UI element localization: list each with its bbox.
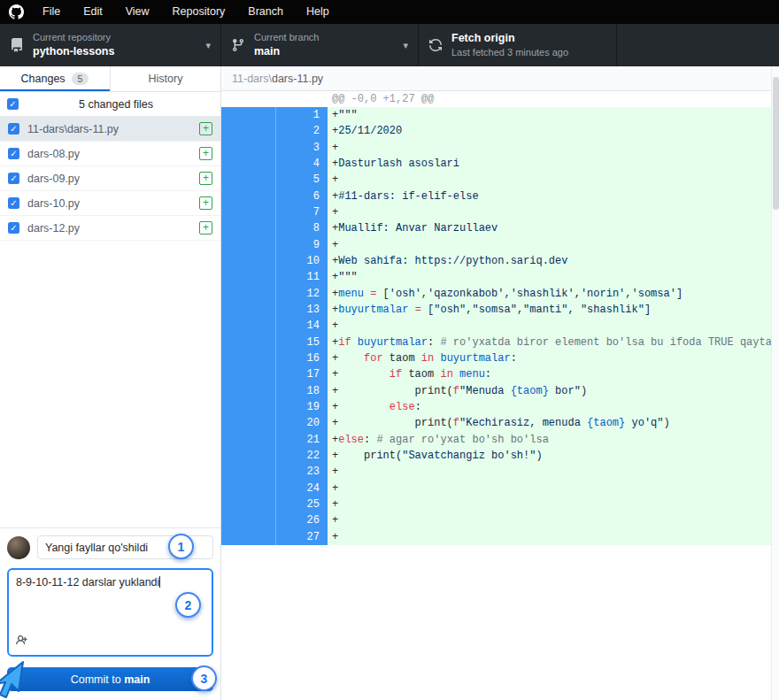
diff-line[interactable]: 19+ else: [221, 399, 771, 415]
diff-line[interactable]: 2+25/11/2020 [221, 123, 771, 139]
diff-line[interactable]: 18+ print(f"Menuda {taom} bor") [221, 383, 771, 399]
menu-item-edit[interactable]: Edit [72, 0, 114, 24]
old-line-gutter[interactable] [221, 269, 275, 285]
new-line-number[interactable]: 17 [275, 366, 328, 382]
diff-line[interactable]: 9+ [221, 237, 771, 253]
commit-button[interactable]: Commit to main [7, 667, 213, 691]
file-checkbox[interactable]: ✓ [8, 197, 19, 209]
diff-line[interactable]: 14+ [221, 318, 771, 334]
old-line-gutter[interactable] [221, 464, 275, 480]
old-line-gutter[interactable] [221, 496, 275, 512]
new-line-number[interactable]: 22 [275, 448, 328, 464]
diff-line[interactable]: 15+if buyurtmalar: # ro'yxatda biror ele… [221, 335, 771, 350]
diff-line[interactable]: 22+ print("Savatchangiz bo'sh!") [221, 448, 771, 464]
old-line-gutter[interactable] [221, 448, 275, 464]
new-line-number[interactable]: 24 [275, 481, 328, 496]
diff-line[interactable]: 7+ [221, 204, 771, 220]
old-line-gutter[interactable] [221, 156, 275, 172]
tab-history[interactable]: History [110, 66, 220, 91]
new-line-number[interactable]: 5 [275, 172, 328, 188]
new-line-number[interactable]: 21 [275, 432, 328, 448]
diff-line[interactable]: 23+ [221, 464, 771, 480]
old-line-gutter[interactable] [221, 383, 275, 399]
old-line-gutter[interactable] [221, 204, 275, 220]
new-line-number[interactable]: 15 [275, 335, 328, 350]
menu-item-branch[interactable]: Branch [236, 0, 295, 24]
file-row[interactable]: ✓dars-08.py+ [0, 142, 220, 166]
new-line-number[interactable]: 25 [275, 496, 328, 512]
file-row[interactable]: ✓dars-09.py+ [0, 166, 220, 191]
old-line-gutter[interactable] [221, 512, 275, 528]
old-line-gutter[interactable] [221, 366, 275, 382]
menu-item-file[interactable]: File [31, 0, 72, 24]
diff-line[interactable]: 27+ [221, 529, 771, 545]
add-coauthor-icon[interactable] [16, 634, 29, 650]
old-line-gutter[interactable] [221, 481, 275, 496]
new-line-number[interactable]: 6 [275, 188, 328, 204]
new-line-number[interactable]: 7 [275, 204, 328, 220]
new-line-number[interactable]: 27 [275, 529, 328, 545]
menu-item-repository[interactable]: Repository [161, 0, 237, 24]
new-line-number[interactable]: 4 [275, 156, 328, 172]
new-line-number[interactable]: 16 [275, 350, 328, 366]
old-line-gutter[interactable] [221, 399, 275, 415]
file-checkbox[interactable]: ✓ [8, 123, 19, 135]
old-line-gutter[interactable] [221, 253, 275, 269]
old-line-gutter[interactable] [221, 237, 275, 253]
file-row[interactable]: ✓11-dars\dars-11.py+ [0, 117, 220, 142]
diff-line[interactable]: 5+ [221, 172, 771, 188]
diff-line[interactable]: 12+menu = ['osh','qazonkabob','shashlik'… [221, 286, 771, 302]
new-line-number[interactable]: 8 [275, 220, 328, 236]
new-line-number[interactable]: 20 [275, 415, 328, 431]
file-checkbox[interactable]: ✓ [8, 222, 19, 234]
diff-line[interactable]: 17+ if taom in menu: [221, 366, 771, 382]
old-line-gutter[interactable] [221, 415, 275, 431]
diff-line[interactable]: 16+ for taom in buyurtmalar: [221, 350, 771, 366]
new-line-number[interactable]: 12 [275, 286, 328, 302]
diff-line[interactable]: 6+#11-dars: if-elif-else [221, 188, 771, 204]
old-line-gutter[interactable] [221, 350, 275, 366]
new-line-number[interactable]: 13 [275, 302, 328, 318]
old-line-gutter[interactable] [221, 188, 275, 204]
diff-line[interactable]: 26+ [221, 512, 771, 528]
new-line-number[interactable]: 26 [275, 512, 328, 528]
new-line-number[interactable]: 9 [275, 237, 328, 253]
old-line-gutter[interactable] [221, 286, 275, 302]
current-branch-button[interactable]: Current branch main ▾ [221, 24, 419, 66]
new-line-number[interactable]: 10 [275, 253, 328, 269]
new-line-number[interactable]: 1 [275, 107, 328, 123]
old-line-gutter[interactable] [221, 318, 275, 334]
select-all-checkbox[interactable]: ✓ [7, 98, 19, 110]
file-row[interactable]: ✓dars-10.py+ [0, 191, 220, 216]
old-line-gutter[interactable] [221, 107, 275, 123]
current-repository-button[interactable]: Current repository python-lessons ▾ [0, 24, 221, 66]
old-line-gutter[interactable] [221, 335, 275, 350]
new-line-number[interactable]: 19 [275, 399, 328, 415]
new-line-number[interactable]: 18 [275, 383, 328, 399]
diff-line[interactable]: 3+ [221, 140, 771, 156]
menu-item-view[interactable]: View [114, 0, 161, 24]
old-line-gutter[interactable] [221, 302, 275, 318]
diff-line[interactable]: 1+""" [221, 107, 771, 123]
old-line-gutter[interactable] [221, 172, 275, 188]
old-line-gutter[interactable] [221, 123, 275, 139]
old-line-gutter[interactable] [221, 432, 275, 448]
new-line-number[interactable]: 2 [275, 123, 328, 139]
file-checkbox[interactable]: ✓ [8, 173, 19, 184]
diff-line[interactable]: 4+Dasturlash asoslari [221, 156, 771, 172]
new-line-number[interactable]: 11 [275, 269, 328, 285]
diff-line[interactable]: 25+ [221, 496, 771, 512]
diff-line[interactable]: 24+ [221, 481, 771, 496]
old-line-gutter[interactable] [221, 220, 275, 236]
new-line-number[interactable]: 3 [275, 140, 328, 156]
tab-changes[interactable]: Changes 5 [0, 66, 110, 91]
menu-item-help[interactable]: Help [295, 0, 341, 24]
diff-line[interactable]: 11+""" [221, 269, 771, 285]
diff-line[interactable]: 8+Muallif: Anvar Narzullaev [221, 220, 771, 236]
fetch-origin-button[interactable]: Fetch origin Last fetched 3 minutes ago [419, 24, 617, 66]
vertical-scrollbar[interactable] [771, 66, 779, 700]
new-line-number[interactable]: 23 [275, 464, 328, 480]
new-line-number[interactable]: 14 [275, 318, 328, 334]
diff-line[interactable]: 10+Web sahifa: https://python.sariq.dev [221, 253, 771, 269]
old-line-gutter[interactable] [221, 140, 275, 156]
